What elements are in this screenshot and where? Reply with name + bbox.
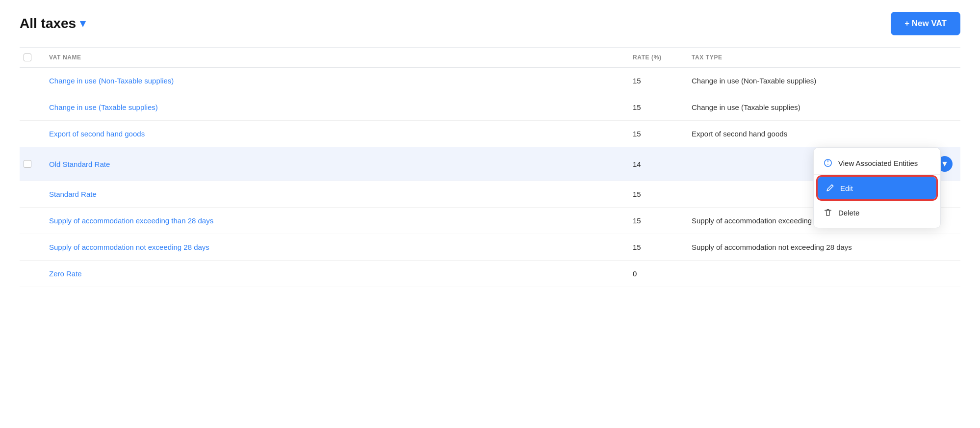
action-cell [929,94,960,121]
row-check-cell [20,68,41,94]
delete-label: Delete [838,209,859,217]
rate-cell: 15 [625,234,684,261]
action-cell [929,234,960,261]
view-icon [824,159,832,167]
row-check-cell [20,181,41,208]
vat-name-cell[interactable]: Export of second hand goods [41,121,625,147]
page-container: All taxes ▾ + New VAT VAT NAME RATE (%) [0,0,980,299]
delete-icon [824,208,832,217]
header-row: VAT NAME RATE (%) TAX TYPE [20,48,960,68]
rate-cell: 0 [625,261,684,287]
action-cell [929,68,960,94]
row-check-cell [20,261,41,287]
vat-name-cell[interactable]: Change in use (Taxable supplies) [41,94,625,121]
table-row: Export of second hand goods15Export of s… [20,121,960,147]
select-all-checkbox[interactable] [24,54,31,61]
view-associated-entities-label: View Associated Entities [838,159,918,167]
tax-type-cell: Change in use (Taxable supplies) [684,94,929,121]
table-header: VAT NAME RATE (%) TAX TYPE [20,48,960,68]
table-row: Change in use (Taxable supplies)15Change… [20,94,960,121]
table-row: Change in use (Non-Taxable supplies)15Ch… [20,68,960,94]
table-body: Change in use (Non-Taxable supplies)15Ch… [20,68,960,287]
header-action-col [929,48,960,68]
action-cell [929,261,960,287]
vat-name-cell[interactable]: Standard Rate [41,181,625,208]
title-chevron-icon[interactable]: ▾ [80,17,85,30]
tax-type-cell: Supply of accommodation not exceeding 28… [684,234,929,261]
row-check-cell [20,94,41,121]
edit-item[interactable]: Edit [818,177,936,199]
tax-type-cell [684,261,929,287]
vat-name-cell[interactable]: Supply of accommodation exceeding than 2… [41,208,625,234]
rate-cell: 15 [625,94,684,121]
action-cell: ▼ View Associated Entities Edit Delete [929,147,960,181]
rate-cell: 15 [625,68,684,94]
table-container: VAT NAME RATE (%) TAX TYPE Change in use… [20,47,960,287]
view-associated-entities-item[interactable]: View Associated Entities [814,152,940,175]
header-check-col [20,48,41,68]
row-check-cell [20,121,41,147]
header-rate: RATE (%) [625,48,684,68]
svg-point-0 [827,164,828,165]
tax-type-cell: Change in use (Non-Taxable supplies) [684,68,929,94]
rate-cell: 15 [625,181,684,208]
table-row: Zero Rate0 [20,261,960,287]
page-title: All taxes ▾ [20,16,85,31]
tax-type-cell: Export of second hand goods [684,121,929,147]
action-cell [929,121,960,147]
row-check-cell [20,234,41,261]
header-vat-name: VAT NAME [41,48,625,68]
edit-icon [825,184,834,192]
vat-name-cell[interactable]: Zero Rate [41,261,625,287]
new-vat-button[interactable]: + New VAT [891,12,960,35]
row-checkbox[interactable] [24,160,31,168]
rate-cell: 15 [625,208,684,234]
delete-item[interactable]: Delete [814,201,940,224]
header-tax-type: TAX TYPE [684,48,929,68]
context-menu: View Associated Entities Edit Delete [813,147,941,228]
rate-cell: 14 [625,147,684,181]
vat-name-cell[interactable]: Old Standard Rate [41,147,625,181]
header-row: All taxes ▾ + New VAT [20,12,960,35]
vat-table: VAT NAME RATE (%) TAX TYPE Change in use… [20,47,960,287]
table-row: Old Standard Rate14▼ View Associated Ent… [20,147,960,181]
vat-name-cell[interactable]: Change in use (Non-Taxable supplies) [41,68,625,94]
title-text: All taxes [20,16,76,31]
row-check-cell [20,208,41,234]
row-check-cell [20,147,41,181]
edit-label: Edit [840,184,853,192]
table-row: Supply of accommodation not exceeding 28… [20,234,960,261]
rate-cell: 15 [625,121,684,147]
vat-name-cell[interactable]: Supply of accommodation not exceeding 28… [41,234,625,261]
